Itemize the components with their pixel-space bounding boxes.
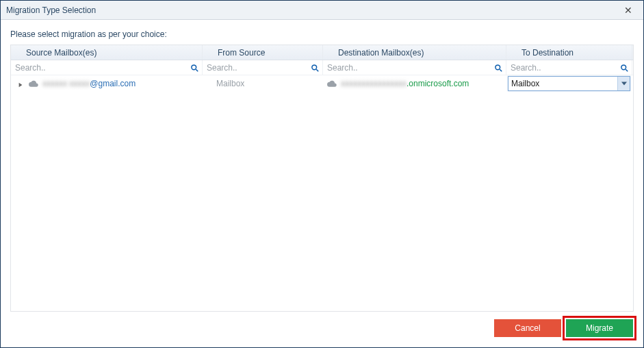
cloud-icon <box>29 79 38 88</box>
header-destination-mailbox[interactable]: Destination Mailbox(es) <box>323 45 506 60</box>
from-source-value: Mailbox <box>207 79 244 88</box>
search-icon[interactable] <box>310 63 320 73</box>
svg-line-7 <box>626 69 628 71</box>
search-destination-mailbox[interactable] <box>326 63 493 73</box>
close-button[interactable]: ✕ <box>619 1 638 20</box>
column-header-row: Source Mailbox(es) From Source Destinati… <box>11 45 633 60</box>
header-to-destination[interactable]: To Destination <box>506 45 632 60</box>
chevron-down-icon[interactable] <box>617 77 630 90</box>
footer-buttons: Cancel Migrate <box>494 316 636 340</box>
header-from-source[interactable]: From Source <box>203 45 323 60</box>
migrate-button[interactable]: Migrate <box>566 319 633 337</box>
search-icon[interactable] <box>619 63 629 73</box>
search-icon[interactable] <box>190 63 199 73</box>
svg-line-5 <box>500 69 502 71</box>
migrate-highlight-frame: Migrate <box>563 316 636 340</box>
destination-domain: .onmicrosoft.com <box>407 79 469 88</box>
titlebar: Migration Type Selection ✕ <box>1 1 643 20</box>
cloud-icon <box>327 79 337 88</box>
source-domain: @gmail.com <box>90 79 136 88</box>
svg-point-2 <box>312 64 317 69</box>
cancel-button[interactable]: Cancel <box>494 319 561 337</box>
svg-line-1 <box>196 69 198 71</box>
table-row[interactable]: xxxxxx xxxxx @gmail.com Mailbox xxxxxxxx… <box>11 75 633 92</box>
svg-line-3 <box>316 69 318 71</box>
prompt-text: Please select migration as per your choi… <box>1 20 643 45</box>
search-icon[interactable] <box>493 63 503 73</box>
window-title: Migration Type Selection <box>6 5 96 15</box>
search-source-mailbox[interactable] <box>14 63 190 73</box>
search-row <box>11 60 633 75</box>
svg-point-0 <box>192 64 196 69</box>
search-from-source[interactable] <box>205 63 310 73</box>
destination-user-obscured: xxxxxxxxxxxxxxxx <box>341 79 407 88</box>
migration-grid: Source Mailbox(es) From Source Destinati… <box>10 45 634 312</box>
header-source-mailbox[interactable]: Source Mailbox(es) <box>11 45 203 60</box>
source-user-obscured: xxxxxx xxxxx <box>42 79 90 88</box>
search-to-destination[interactable] <box>509 63 619 73</box>
svg-point-4 <box>495 64 500 69</box>
to-destination-combobox[interactable]: Mailbox Mailbox Archive Mailbox Public F… <box>508 76 630 91</box>
combo-selected-value: Mailbox <box>508 79 617 88</box>
expand-caret-icon[interactable] <box>18 80 25 87</box>
svg-point-6 <box>621 64 626 69</box>
